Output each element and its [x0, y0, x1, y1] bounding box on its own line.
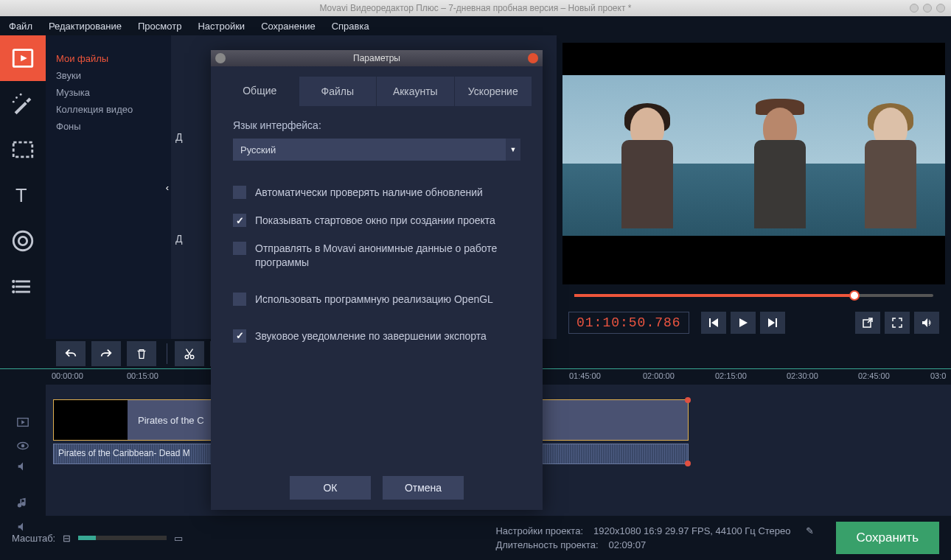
- dialog-menu-button[interactable]: [215, 53, 226, 63]
- tab-acceleration[interactable]: Ускорение: [455, 77, 533, 106]
- svg-marker-18: [768, 318, 775, 327]
- checkbox-software-opengl[interactable]: [233, 293, 246, 306]
- visibility-icon[interactable]: [15, 439, 30, 452]
- svg-marker-16: [711, 318, 718, 327]
- save-button[interactable]: Сохранить: [836, 522, 939, 554]
- import-item-backgrounds[interactable]: Фоны: [56, 118, 161, 135]
- svg-marker-29: [18, 523, 23, 531]
- next-button[interactable]: [760, 312, 785, 334]
- svg-rect-15: [709, 318, 711, 327]
- dialog-tabs: Общие Файлы Аккаунты Ускорение: [221, 77, 532, 106]
- import-item-myfiles[interactable]: Мои файлы: [56, 50, 161, 67]
- music-track-icon[interactable]: [15, 497, 30, 510]
- tool-transitions[interactable]: [0, 127, 46, 172]
- delete-button[interactable]: [127, 341, 156, 366]
- project-settings-value: 1920x1080 16:9 29.97 FPS, 44100 Гц Стере…: [593, 525, 791, 536]
- scrub-bar[interactable]: [562, 284, 945, 307]
- timecode-display: 01:10:50.786: [568, 312, 689, 334]
- player-controls: 01:10:50.786: [562, 307, 945, 339]
- project-duration-value: 02:09:07: [609, 539, 647, 550]
- clip-label: Pirates of the C: [128, 415, 215, 426]
- volume-button[interactable]: [914, 312, 939, 334]
- checkbox-label: Показывать стартовое окно при создании п…: [255, 214, 495, 227]
- project-duration-label: Длительность проекта:: [495, 539, 598, 550]
- language-value: Русский: [240, 144, 276, 155]
- redo-button[interactable]: [91, 341, 121, 366]
- video-track-icon[interactable]: [15, 416, 30, 429]
- import-item-sounds[interactable]: Звуки: [56, 67, 161, 84]
- svg-marker-17: [739, 318, 748, 327]
- video-preview[interactable]: [562, 43, 945, 284]
- ruler-tick: 02:30:00: [787, 371, 818, 380]
- dialog-titlebar[interactable]: Параметры: [211, 50, 543, 66]
- close-button[interactable]: [936, 4, 945, 13]
- audio-track-icon[interactable]: [15, 460, 30, 473]
- menu-help[interactable]: Справка: [332, 21, 369, 32]
- menu-settings[interactable]: Настройки: [198, 21, 245, 32]
- status-bar: Масштаб: ⊟ ▭ Настройки проекта: 1920x108…: [0, 516, 951, 560]
- ruler-tick: 00:15:00: [127, 371, 158, 380]
- zoom-fit-icon[interactable]: ▭: [174, 533, 183, 544]
- import-item-videocollection[interactable]: Коллекция видео: [56, 101, 161, 118]
- svg-point-3: [20, 94, 22, 96]
- maximize-button[interactable]: [923, 4, 932, 13]
- svg-marker-21: [922, 318, 927, 327]
- edit-project-settings-icon[interactable]: ✎: [806, 525, 814, 536]
- zoom-slider[interactable]: [78, 536, 167, 540]
- tool-stickers[interactable]: [0, 218, 46, 264]
- svg-point-4: [13, 101, 15, 103]
- content-hint-1: Д: [175, 131, 182, 143]
- checkbox-auto-update[interactable]: [233, 186, 246, 199]
- window-title: Movavi Видеоредактор Плюс – 7-дневная пр…: [320, 3, 632, 13]
- import-item-music[interactable]: Музыка: [56, 84, 161, 101]
- menu-file[interactable]: Файл: [9, 21, 32, 32]
- prev-button[interactable]: [701, 312, 726, 334]
- menu-view[interactable]: Просмотр: [138, 21, 181, 32]
- cut-button[interactable]: [175, 341, 204, 366]
- checkbox-show-start[interactable]: [233, 214, 246, 227]
- clip-thumbnail: [54, 400, 128, 440]
- checkbox-label: Отправлять в Movavi анонимные данные о р…: [255, 242, 520, 268]
- checkbox-label: Автоматически проверять наличие обновлен…: [255, 186, 483, 199]
- tool-titles[interactable]: T: [0, 172, 46, 218]
- clip-end-marker[interactable]: [685, 397, 691, 403]
- import-panel: Мои файлы Звуки Музыка Коллекция видео Ф…: [46, 35, 171, 339]
- svg-rect-5: [13, 142, 32, 157]
- mute-track-icon[interactable]: [15, 520, 30, 533]
- tool-import[interactable]: [0, 35, 46, 81]
- fullscreen-button[interactable]: [885, 312, 910, 334]
- svg-point-13: [12, 285, 15, 288]
- menu-edit[interactable]: Редактирование: [49, 21, 122, 32]
- svg-point-8: [18, 237, 27, 245]
- tool-filters[interactable]: [0, 81, 46, 127]
- dropdown-arrow-icon: ▼: [506, 139, 520, 161]
- menu-save[interactable]: Сохранение: [261, 21, 316, 32]
- ok-button[interactable]: ОК: [290, 476, 371, 500]
- language-dropdown[interactable]: Русский ▼: [233, 139, 520, 161]
- language-label: Язык интерфейса:: [233, 119, 520, 131]
- tab-general[interactable]: Общие: [221, 77, 299, 106]
- tool-sidebar: T: [0, 35, 46, 339]
- svg-rect-19: [776, 318, 777, 327]
- tab-accounts[interactable]: Аккаунты: [377, 77, 455, 106]
- ruler-tick: 02:00:00: [643, 371, 675, 380]
- tab-files[interactable]: Файлы: [299, 77, 377, 106]
- track-headers: [0, 385, 46, 516]
- svg-point-27: [21, 444, 25, 448]
- dialog-title: Параметры: [353, 53, 400, 63]
- minimize-button[interactable]: [910, 4, 919, 13]
- tool-more[interactable]: [0, 264, 46, 309]
- scrub-knob[interactable]: [849, 290, 860, 301]
- clip-end-marker[interactable]: [685, 461, 691, 466]
- undo-button[interactable]: [56, 341, 86, 366]
- dialog-close-button[interactable]: [528, 53, 538, 63]
- play-button[interactable]: [731, 312, 756, 334]
- project-settings-label: Настройки проекта:: [495, 525, 583, 536]
- zoom-out-icon[interactable]: ⊟: [63, 533, 71, 544]
- popout-button[interactable]: [855, 312, 880, 334]
- cancel-button[interactable]: Отмена: [383, 476, 464, 500]
- checkbox-send-anon[interactable]: [233, 242, 246, 255]
- checkbox-sound-notify[interactable]: [233, 329, 246, 343]
- checkbox-label: Использовать программную реализацию Open…: [255, 293, 493, 306]
- ruler-tick: 02:15:00: [715, 371, 747, 380]
